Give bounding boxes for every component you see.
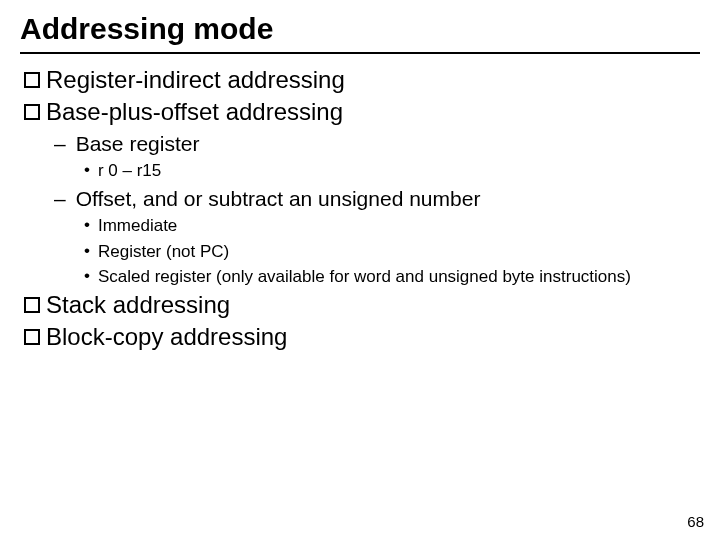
list-item: Base-plus-offset addressing [24, 98, 700, 126]
item-text: Scaled register (only available for word… [98, 266, 631, 287]
dot-bullet-icon: • [84, 215, 90, 235]
item-text: Register (not PC) [98, 241, 229, 262]
item-text: Block-copy addressing [46, 323, 287, 351]
dot-bullet-icon: • [84, 241, 90, 261]
item-text: Base register [76, 132, 200, 156]
item-text: Base-plus-offset addressing [46, 98, 343, 126]
list-item: • r 0 – r15 [84, 160, 700, 181]
dash-bullet-icon: – [54, 187, 66, 211]
dash-bullet-icon: – [54, 132, 66, 156]
list-item: • Immediate [84, 215, 700, 236]
list-item: • Register (not PC) [84, 241, 700, 262]
slide: Addressing mode Register-indirect addres… [0, 0, 720, 540]
dot-bullet-icon: • [84, 160, 90, 180]
square-bullet-icon [24, 329, 40, 345]
list-item: Stack addressing [24, 291, 700, 319]
square-bullet-icon [24, 72, 40, 88]
list-item: – Base register [54, 132, 700, 156]
square-bullet-icon [24, 297, 40, 313]
item-text: Register-indirect addressing [46, 66, 345, 94]
square-bullet-icon [24, 104, 40, 120]
list-item: • Scaled register (only available for wo… [84, 266, 700, 287]
item-text: Immediate [98, 215, 177, 236]
dot-bullet-icon: • [84, 266, 90, 286]
slide-title: Addressing mode [20, 12, 700, 54]
list-item: Register-indirect addressing [24, 66, 700, 94]
list-item: Block-copy addressing [24, 323, 700, 351]
page-number: 68 [687, 513, 704, 530]
item-text: Stack addressing [46, 291, 230, 319]
item-text: r 0 – r15 [98, 160, 161, 181]
list-item: – Offset, and or subtract an unsigned nu… [54, 187, 700, 211]
item-text: Offset, and or subtract an unsigned numb… [76, 187, 481, 211]
